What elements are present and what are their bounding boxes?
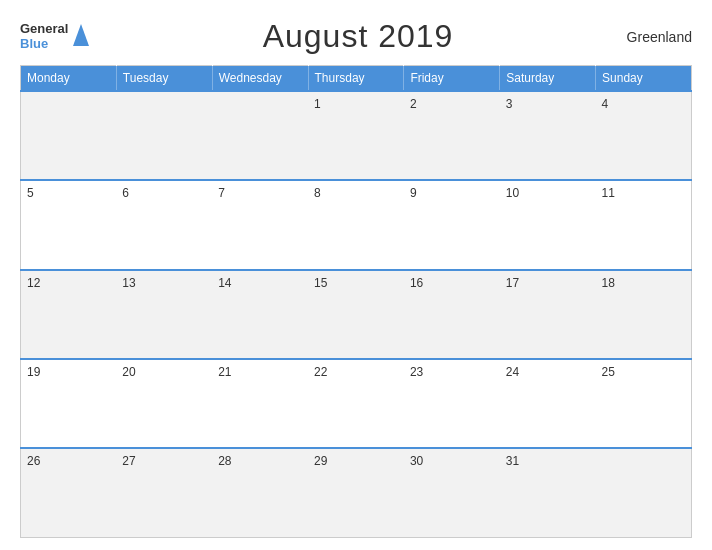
calendar-day-cell: 28	[212, 448, 308, 537]
day-number: 12	[27, 276, 40, 290]
day-number: 16	[410, 276, 423, 290]
calendar-day-cell: 11	[596, 180, 692, 269]
logo: General Blue	[20, 22, 89, 51]
col-wednesday: Wednesday	[212, 66, 308, 92]
calendar-day-cell: 17	[500, 270, 596, 359]
day-number: 25	[602, 365, 615, 379]
calendar-day-cell: 27	[116, 448, 212, 537]
calendar-day-cell: 29	[308, 448, 404, 537]
calendar-day-cell: 26	[21, 448, 117, 537]
day-number: 19	[27, 365, 40, 379]
calendar-header-row: Monday Tuesday Wednesday Thursday Friday…	[21, 66, 692, 92]
day-number: 4	[602, 97, 609, 111]
col-monday: Monday	[21, 66, 117, 92]
day-number: 26	[27, 454, 40, 468]
day-number: 6	[122, 186, 129, 200]
calendar-week-row: 567891011	[21, 180, 692, 269]
calendar-day-cell: 10	[500, 180, 596, 269]
day-number: 20	[122, 365, 135, 379]
logo-triangle-icon	[73, 24, 89, 50]
calendar-day-cell: 12	[21, 270, 117, 359]
calendar-day-cell: 1	[308, 91, 404, 180]
calendar-day-cell: 24	[500, 359, 596, 448]
day-number: 13	[122, 276, 135, 290]
calendar-day-cell: 31	[500, 448, 596, 537]
calendar-day-cell: 8	[308, 180, 404, 269]
day-number: 22	[314, 365, 327, 379]
day-number: 18	[602, 276, 615, 290]
day-number: 1	[314, 97, 321, 111]
day-number: 24	[506, 365, 519, 379]
day-number: 17	[506, 276, 519, 290]
calendar-day-cell: 25	[596, 359, 692, 448]
calendar-day-cell	[21, 91, 117, 180]
calendar-day-cell	[212, 91, 308, 180]
col-thursday: Thursday	[308, 66, 404, 92]
calendar-week-row: 12131415161718	[21, 270, 692, 359]
col-saturday: Saturday	[500, 66, 596, 92]
day-number: 11	[602, 186, 615, 200]
calendar-day-cell: 20	[116, 359, 212, 448]
calendar-day-cell: 15	[308, 270, 404, 359]
day-number: 14	[218, 276, 231, 290]
calendar-day-cell: 2	[404, 91, 500, 180]
calendar-day-cell: 13	[116, 270, 212, 359]
day-number: 27	[122, 454, 135, 468]
logo-general-text: General	[20, 22, 68, 36]
month-title: August 2019	[263, 18, 454, 55]
calendar-day-cell: 21	[212, 359, 308, 448]
region-label: Greenland	[627, 29, 692, 45]
calendar-day-cell: 6	[116, 180, 212, 269]
calendar-day-cell: 14	[212, 270, 308, 359]
calendar-day-cell: 30	[404, 448, 500, 537]
day-number: 8	[314, 186, 321, 200]
calendar-table: Monday Tuesday Wednesday Thursday Friday…	[20, 65, 692, 538]
col-friday: Friday	[404, 66, 500, 92]
day-number: 28	[218, 454, 231, 468]
calendar-day-cell: 9	[404, 180, 500, 269]
calendar-week-row: 19202122232425	[21, 359, 692, 448]
day-number: 15	[314, 276, 327, 290]
calendar-day-cell: 4	[596, 91, 692, 180]
day-number: 31	[506, 454, 519, 468]
col-tuesday: Tuesday	[116, 66, 212, 92]
calendar-day-cell: 18	[596, 270, 692, 359]
calendar-day-cell	[116, 91, 212, 180]
calendar-header: General Blue August 2019 Greenland	[20, 18, 692, 55]
logo-blue-text: Blue	[20, 37, 48, 51]
day-number: 23	[410, 365, 423, 379]
calendar-day-cell	[596, 448, 692, 537]
calendar-day-cell: 23	[404, 359, 500, 448]
calendar-day-cell: 7	[212, 180, 308, 269]
col-sunday: Sunday	[596, 66, 692, 92]
day-number: 9	[410, 186, 417, 200]
calendar-week-row: 1234	[21, 91, 692, 180]
day-number: 7	[218, 186, 225, 200]
calendar-day-cell: 19	[21, 359, 117, 448]
day-number: 30	[410, 454, 423, 468]
day-number: 29	[314, 454, 327, 468]
calendar-day-cell: 3	[500, 91, 596, 180]
calendar-week-row: 262728293031	[21, 448, 692, 537]
calendar-day-cell: 22	[308, 359, 404, 448]
calendar-day-cell: 5	[21, 180, 117, 269]
calendar-day-cell: 16	[404, 270, 500, 359]
day-number: 5	[27, 186, 34, 200]
day-number: 2	[410, 97, 417, 111]
svg-marker-0	[73, 24, 89, 46]
day-number: 21	[218, 365, 231, 379]
day-number: 3	[506, 97, 513, 111]
day-number: 10	[506, 186, 519, 200]
